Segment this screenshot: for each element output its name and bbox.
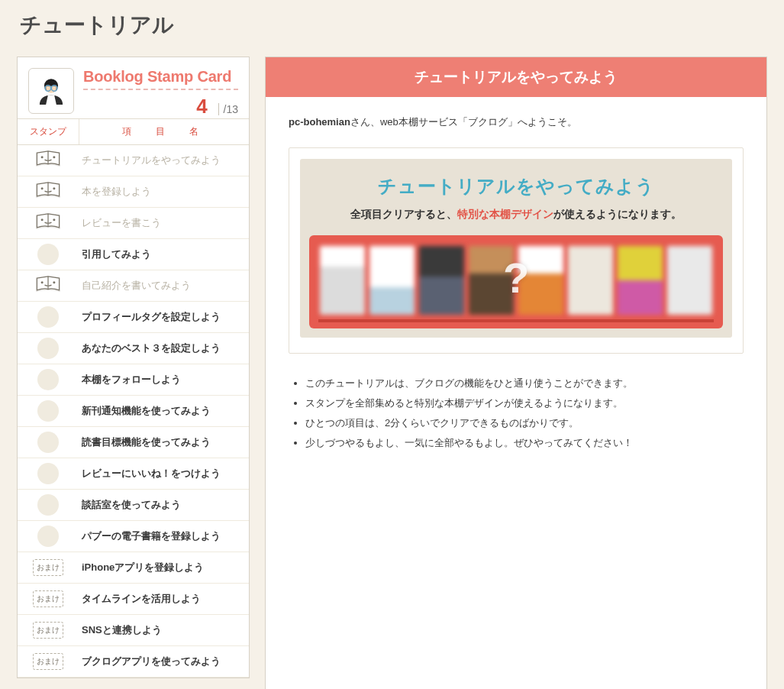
book-stamp-icon xyxy=(34,212,62,235)
stamp-list-item[interactable]: 談話室を使ってみよう xyxy=(18,490,249,521)
stamp-list-item[interactable]: 引用してみよう xyxy=(18,239,249,270)
stamp-card: Booklog Stamp Card 4 /13 スタンプ 項 目 名 チュート… xyxy=(17,57,250,678)
svg-point-10 xyxy=(53,187,55,189)
tutorial-bullet: スタンプを全部集めると特別な本棚デザインが使えるようになります。 xyxy=(305,393,744,413)
stamp-list-item[interactable]: 新刊通知機能を使ってみよう xyxy=(18,396,249,427)
stamp-list-item[interactable]: チュートリアルをやってみよう xyxy=(18,145,249,176)
stamp-list-item[interactable]: 自己紹介を書いてみよう xyxy=(18,270,249,302)
empty-stamp-icon xyxy=(37,526,59,547)
stamp-item-label: 談話室を使ってみよう xyxy=(79,490,249,519)
svg-point-6 xyxy=(41,156,44,158)
book-thumbnail xyxy=(618,246,663,315)
stamp-list-item[interactable]: あなたのベスト３を設定しよう xyxy=(18,333,249,364)
stamp-item-label: SNSと連携しよう xyxy=(79,616,249,645)
stamp-item-label: タイムラインを活用しよう xyxy=(79,584,249,613)
stamp-card-title: Booklog Stamp Card xyxy=(83,68,238,90)
stamp-item-label: レビューにいいね！をつけよう xyxy=(79,459,249,488)
stamp-item-label: 読書目標機能を使ってみよう xyxy=(79,428,249,457)
stamp-list-item[interactable]: 本棚をフォローしよう xyxy=(18,364,249,396)
empty-stamp-icon xyxy=(37,432,59,453)
hero-card: チュートリアルをやってみよう 全項目クリアすると、特別な本棚デザインが使えるよう… xyxy=(289,147,744,354)
svg-point-15 xyxy=(41,281,44,283)
welcome-rest: さん、web本棚サービス「ブクログ」へようこそ。 xyxy=(350,116,577,128)
stamp-item-label: 自己紹介を書いてみよう xyxy=(79,271,249,300)
column-header-name: 項 目 名 xyxy=(79,119,249,144)
book-stamp-icon xyxy=(34,149,62,172)
stamp-list-item[interactable]: 読書目標機能を使ってみよう xyxy=(18,427,249,458)
stamp-item-label: パブーの電子書籍を登録しよう xyxy=(79,522,249,551)
tutorial-panel: チュートリアルをやってみよう pc-bohemianさん、web本棚サービス「ブ… xyxy=(265,57,767,689)
stamp-count-completed: 4 xyxy=(196,95,207,118)
tutorial-bullet: このチュートリアルは、ブクログの機能をひと通り使うことができます。 xyxy=(305,374,744,393)
page-title: チュートリアル xyxy=(20,11,767,40)
svg-point-7 xyxy=(53,156,55,158)
stamp-list-item[interactable]: レビューにいいね！をつけよう xyxy=(18,458,249,490)
empty-stamp-icon xyxy=(37,494,59,516)
bookshelf-preview: ? xyxy=(309,235,723,328)
stamp-item-label: チュートリアルをやってみよう xyxy=(79,146,249,175)
stamp-item-label: 本を登録しよう xyxy=(79,177,249,206)
avatar xyxy=(28,68,74,114)
hero-sub-accent: 特別な本棚デザイン xyxy=(457,208,553,220)
empty-stamp-icon xyxy=(37,244,59,265)
stamp-count: 4 /13 xyxy=(83,95,238,118)
stamp-list-item[interactable]: 本を登録しよう xyxy=(18,176,249,208)
question-mark-icon: ? xyxy=(503,253,529,302)
empty-stamp-icon xyxy=(37,338,59,359)
book-thumbnail xyxy=(369,246,415,315)
book-stamp-icon xyxy=(34,274,62,297)
stamp-list-item[interactable]: プロフィールタグを設定しよう xyxy=(18,302,249,333)
hero-sub-pre: 全項目クリアすると、 xyxy=(350,208,457,220)
book-thumbnail xyxy=(320,246,365,315)
book-stamp-icon xyxy=(34,180,62,203)
stamp-list-item[interactable]: おまけブクログアプリを使ってみよう xyxy=(18,646,249,678)
stamp-item-label: 本棚をフォローしよう xyxy=(79,365,249,394)
svg-point-9 xyxy=(41,187,44,189)
tutorial-header: チュートリアルをやってみよう xyxy=(266,57,766,97)
stamp-item-label: iPhoneアプリを登録しよう xyxy=(79,553,249,582)
stamp-list-item[interactable]: おまけタイムラインを活用しよう xyxy=(18,584,249,615)
hero-title: チュートリアルをやってみよう xyxy=(309,174,723,199)
tutorial-bullet: 少しづつやるもよし、一気に全部やるもよし。ぜひやってみてください！ xyxy=(305,433,744,453)
book-thumbnail xyxy=(667,246,712,315)
bonus-badge: おまけ xyxy=(33,559,63,576)
stamp-item-label: 引用してみよう xyxy=(79,240,249,269)
tutorial-bullet-list: このチュートリアルは、ブクログの機能をひと通り使うことができます。スタンプを全部… xyxy=(289,374,744,453)
bonus-badge: おまけ xyxy=(33,653,63,670)
stamp-item-label: 新刊通知機能を使ってみよう xyxy=(79,396,249,425)
stamp-list-item[interactable]: レビューを書こう xyxy=(18,208,249,239)
book-thumbnail xyxy=(568,246,613,315)
stamp-list-item[interactable]: おまけiPhoneアプリを登録しよう xyxy=(18,552,249,584)
bonus-badge: おまけ xyxy=(33,590,63,607)
empty-stamp-icon xyxy=(37,306,59,328)
empty-stamp-icon xyxy=(37,369,59,390)
welcome-text: pc-bohemianさん、web本棚サービス「ブクログ」へようこそ。 xyxy=(289,115,744,129)
stamp-item-label: ブクログアプリを使ってみよう xyxy=(79,647,249,676)
stamp-list-item[interactable]: パブーの電子書籍を登録しよう xyxy=(18,521,249,552)
book-thumbnail xyxy=(419,246,464,315)
stamp-item-label: レビューを書こう xyxy=(79,209,249,238)
bonus-badge: おまけ xyxy=(33,622,63,639)
stamp-item-label: あなたのベスト３を設定しよう xyxy=(79,334,249,363)
svg-point-12 xyxy=(41,218,44,221)
empty-stamp-icon xyxy=(37,400,59,422)
stamp-count-total: /13 xyxy=(224,103,238,115)
hero-subtitle: 全項目クリアすると、特別な本棚デザインが使えるようになります。 xyxy=(309,208,723,222)
column-header-stamp: スタンプ xyxy=(18,119,79,144)
tutorial-bullet: ひとつの項目は、2分くらいでクリアできるものばかりです。 xyxy=(305,413,744,433)
svg-point-13 xyxy=(53,218,55,221)
welcome-username: pc-bohemian xyxy=(289,116,350,128)
stamp-item-label: プロフィールタグを設定しよう xyxy=(79,302,249,332)
hero-sub-post: が使えるようになります。 xyxy=(553,208,682,220)
stamp-list-item[interactable]: おまけSNSと連携しよう xyxy=(18,615,249,646)
svg-point-16 xyxy=(53,281,55,283)
empty-stamp-icon xyxy=(37,463,59,484)
